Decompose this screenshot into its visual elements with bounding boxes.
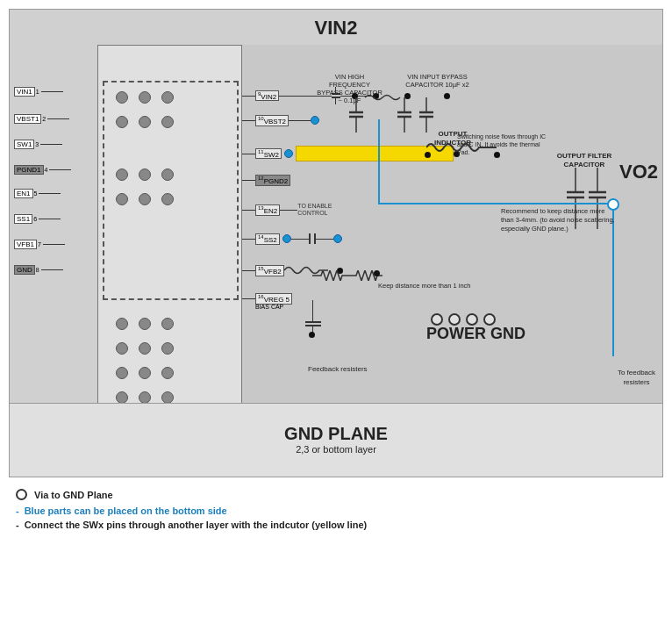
conn-box-vreg5: 16VREG 5 <box>255 293 292 305</box>
pin-line-vin1 <box>41 91 63 92</box>
pin-label-pgnd1: PGND1 <box>14 165 44 175</box>
conn-box-vbst2: 10VBST2 <box>255 115 289 126</box>
vin-input-bypass-label: VIN INPUT BYPASS CAPACITOR 10µF x2 <box>404 73 470 89</box>
ss2-plate-1 <box>309 233 311 244</box>
dot <box>139 342 151 355</box>
conn-num-sw2: 11 <box>258 149 264 154</box>
legend-yellow-text: Connect the SWx pins through another lay… <box>25 520 368 530</box>
dot-grid-7 <box>116 367 175 379</box>
dot <box>161 391 174 404</box>
inductor-coil-svg <box>426 139 497 156</box>
dot <box>139 367 151 379</box>
legend-via-circle <box>16 489 27 500</box>
pin-label-ss1: SS1 <box>14 214 32 224</box>
blue-dot-vbst2 <box>311 116 319 125</box>
pin-vin1: VIN1 1 <box>14 87 71 97</box>
legend-yellow-dash: - <box>16 520 19 530</box>
conn-line-ss2 <box>242 239 255 240</box>
dot <box>116 342 128 355</box>
vin2-title: VIN2 <box>10 17 662 39</box>
ic-conn-ss2: 14SS2 <box>242 233 342 245</box>
dot <box>116 116 128 128</box>
power-gnd-label: POWER GND <box>426 325 525 343</box>
conn-box-ss2: 14SS2 <box>255 233 280 245</box>
pin-num-vbst1: 2 <box>42 116 46 122</box>
main-container: VIN2 <box>0 0 672 631</box>
dot <box>161 342 174 355</box>
recommend-text: Recommend to keep distance more than 3-4… <box>501 207 619 233</box>
pin-ss1: SS1 6 <box>14 214 71 224</box>
pin-line-vbst1 <box>47 118 69 119</box>
dot <box>161 318 174 330</box>
bias-cap-plate-1 <box>305 321 321 323</box>
conn-box-sw2: 11SW2 <box>255 148 282 160</box>
resistor-chain-path <box>312 270 382 281</box>
gnd-plane-subtitle: 2,3 or bottom layer <box>296 443 376 456</box>
pin-line-ss1 <box>39 219 61 219</box>
conn-label-vfb2: VFB2 <box>264 268 282 276</box>
dot <box>161 91 174 104</box>
inductor-dot-left <box>425 152 431 158</box>
ic-dashed-region <box>103 81 239 300</box>
dot <box>161 116 174 128</box>
gnd-dot-4 <box>483 313 496 326</box>
conn-line-vin2 <box>242 96 255 97</box>
vfb2-node-dot <box>374 270 380 276</box>
conn-num-pgnd2: 12 <box>258 176 264 181</box>
ic-conn-vbst2: 10VBST2 <box>242 115 319 126</box>
conn-line-vfb2 <box>242 270 255 271</box>
dot <box>139 193 151 205</box>
dot-grid-1 <box>116 91 175 104</box>
bias-cap-dot <box>309 332 315 338</box>
bias-cap-label: BIAS CAP <box>255 304 283 310</box>
gnd-plane-title: GND PLANE <box>284 424 388 443</box>
gnd-dot-1 <box>431 313 443 326</box>
pin-num-ss1: 6 <box>33 216 37 222</box>
dot <box>139 169 151 181</box>
dot <box>116 391 128 404</box>
pin-line-sw1 <box>40 144 62 145</box>
conn-num-vbst2: 10 <box>258 116 264 121</box>
ic-conn-vreg5: 16VREG 5 BIAS CAP <box>242 293 292 305</box>
keep-dist-text: Keep distance more than 1 inch <box>378 282 475 290</box>
legend-blue-dash: - <box>16 506 19 516</box>
circuit-area: 9VIN2 10VB <box>242 45 662 413</box>
inductor-dot-right <box>494 152 500 158</box>
gnd-dot-2 <box>448 313 461 326</box>
gnd-dot-3 <box>466 313 478 326</box>
legend-blue-text: Blue parts can be placed on the bottom s… <box>25 506 227 516</box>
pin-num-vin1: 1 <box>36 89 39 95</box>
vin-caps-svg <box>347 93 461 137</box>
output-filter-cap-label: OUTPUT FILTER CAPACITOR <box>554 152 615 169</box>
pin-label-vin1: VIN1 <box>14 87 35 97</box>
en2-ext-line <box>280 210 297 211</box>
conn-label-vreg5: VREG 5 <box>264 296 290 304</box>
dot <box>139 318 151 330</box>
to-feedback-resisters-label: To feedback resisters <box>612 369 661 387</box>
pin-num-vfb1: 7 <box>38 241 41 247</box>
conn-line-en2 <box>242 210 255 211</box>
pin-num-en1: 5 <box>34 190 38 197</box>
pin-line-gnd <box>41 269 63 270</box>
conn-num-en2: 13 <box>258 205 264 211</box>
dot <box>161 193 174 205</box>
pin-line-en1 <box>39 193 61 194</box>
pin-vbst1: VBST1 2 <box>14 114 71 124</box>
dot-grid-4 <box>116 193 175 205</box>
dot-grid-6 <box>116 342 175 355</box>
conn-box-pgnd2: 12PGND2 <box>255 175 290 186</box>
vbst2-ext-line <box>289 120 311 121</box>
pin-label-vfb1: VFB1 <box>14 240 37 249</box>
conn-label-ss2: SS2 <box>264 236 277 244</box>
legend-via-text: Via to GND Plane <box>34 490 113 500</box>
dot <box>116 318 128 330</box>
legend-yellow-row: - Connect the SWx pins through another l… <box>16 520 656 530</box>
dot <box>116 193 128 205</box>
conn-label-sw2: SW2 <box>264 150 279 158</box>
dot <box>139 391 151 404</box>
conn-box-vin2: 9VIN2 <box>255 90 279 102</box>
pin-label-gnd: GND <box>14 265 35 275</box>
pin-gnd: GND 8 <box>14 265 71 275</box>
conn-line-sw2 <box>242 154 255 154</box>
pin-sw1: SW1 3 <box>14 140 71 149</box>
